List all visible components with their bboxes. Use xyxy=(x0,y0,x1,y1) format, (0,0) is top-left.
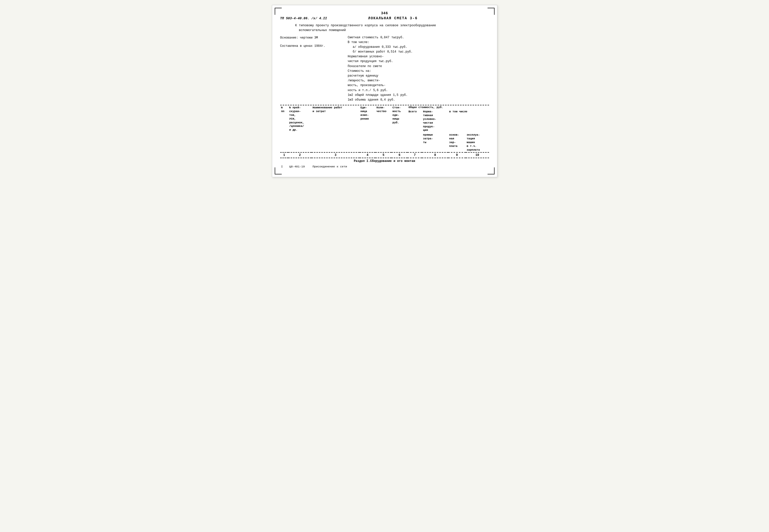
norm-unit: тыс.руб. xyxy=(378,59,393,64)
norm-label: Нормативная условно- xyxy=(348,54,489,59)
volume-value: 0,4 xyxy=(380,98,386,102)
equipment-unit: тыс.руб. xyxy=(393,45,408,50)
calc-unit-label2: /мощность, вмести- xyxy=(348,78,489,83)
row-price-num: Ц8-481-19 xyxy=(288,164,311,169)
row-total xyxy=(408,164,422,169)
install-label: б/ монтажных работ xyxy=(353,50,386,54)
document-title: ЛОКАЛЬНАЯ СМЕТА 3-6 xyxy=(327,16,459,20)
col-num-2: 2 xyxy=(288,152,311,158)
col-header-norm-bot: прямыезатра-ты xyxy=(422,133,448,152)
col-num-9: 9 xyxy=(448,152,466,158)
page-number: 346 xyxy=(280,11,489,15)
col-num-10: 10 xyxy=(466,152,489,158)
col-header-in-including: в том числе xyxy=(448,109,489,133)
document-header: ТП 503-4-40.86. /х/ 4.II ЛОКАЛЬНАЯ СМЕТА… xyxy=(280,16,489,20)
column-numbers-row: 1 2 3 4 5 6 7 8 9 10 xyxy=(280,152,489,158)
calc-unit-value: 5,6 xyxy=(373,88,378,93)
col-num-8: 8 xyxy=(422,152,448,158)
col-header-total: Всего xyxy=(408,109,422,152)
col-header-basic-pay: основ-наязар-плата xyxy=(448,133,466,152)
calc-unit-label4: ность и т.п./ xyxy=(348,88,371,93)
volume-unit: руб. xyxy=(388,98,395,102)
col-header-unit: Еди-ницаизме-рения xyxy=(359,105,375,152)
col-header-unit-cost: Стои-мостьеди-ницыруб. xyxy=(392,105,408,152)
row-unit-cost xyxy=(392,164,408,169)
row-qty xyxy=(375,164,392,169)
equipment-value: 0,333 xyxy=(382,45,391,50)
col-num-6: 6 xyxy=(392,152,408,158)
row-mach xyxy=(466,164,489,169)
col-header-general-cost: Общая стоимость, руб. xyxy=(408,105,489,109)
corner-bracket-tr xyxy=(488,8,495,15)
install-unit: тыс.руб. xyxy=(398,50,413,54)
calc-unit-label: расчетную единицу xyxy=(348,74,489,78)
col-num-1: 1 xyxy=(280,152,288,158)
including-label: В том числе: xyxy=(348,40,489,45)
corner-bracket-bl xyxy=(275,167,282,174)
table-row: I Ц8-481-19 Присоединение к сети xyxy=(280,164,489,169)
calc-unit-unit: руб. xyxy=(380,88,388,93)
row-norm xyxy=(422,164,448,169)
info-right: Сметная стоимость 0,847 тысруб. В том чи… xyxy=(348,35,489,103)
description-text: К типовому проекту производственного кор… xyxy=(295,24,436,32)
row-name: Присоединение к сети xyxy=(311,164,359,169)
calc-unit-label3: мость, производитель- xyxy=(348,83,489,88)
basis-label: Основание: чертежи ЭМ xyxy=(280,35,348,41)
cost-label: Стоимость на: xyxy=(348,69,489,74)
col-header-mach: эксплуа-тациямашинв т.ч.зарплата xyxy=(466,133,489,152)
col-header-num: №пп xyxy=(280,105,288,152)
estimated-cost-label: Сметная стоимость xyxy=(348,35,378,40)
info-left: Основание: чертежи ЭМ Составлена в ценах… xyxy=(280,35,348,103)
description-block: К типовому проекту производственного кор… xyxy=(295,23,489,33)
compiled-label: Составлена в ценах 1984г. xyxy=(280,44,348,49)
corner-bracket-br xyxy=(488,167,495,174)
volume-label: 1м3 объема здания xyxy=(348,98,378,102)
section-header-row: Раздел I.Сборудование и его монтаж xyxy=(280,158,489,164)
document-id: ТП 503-4-40.86. /х/ 4.II xyxy=(280,17,327,20)
area-label: 1м2 общей площади здания xyxy=(348,93,391,98)
corner-bracket-tl xyxy=(275,8,282,15)
table-header-row: №пп № прей-скуран-тов,УСН,расценок,/ценн… xyxy=(280,105,489,109)
indicators-label: Показатели по смете xyxy=(348,64,489,69)
col-header-price-num: № прей-скуран-тов,УСН,расценок,/ценника/… xyxy=(288,105,311,152)
norm-label2: чистая продукция xyxy=(348,59,376,64)
area-value: 1,5 xyxy=(393,93,399,98)
col-num-5: 5 xyxy=(375,152,392,158)
document-page: 346 ТП 503-4-40.86. /х/ 4.II ЛОКАЛЬНАЯ С… xyxy=(272,5,497,177)
col-header-name: Наименование работи затрат xyxy=(311,105,359,152)
col-header-qty: Коли-чество xyxy=(375,105,392,152)
install-value: 0,514 xyxy=(387,50,396,54)
table-section: №пп № прей-скуран-тов,УСН,расценок,/ценн… xyxy=(280,105,489,169)
col-header-norm-top: Норма-тивнаяусловно-чистаяпродук-ция xyxy=(422,109,448,133)
col-num-3: 3 xyxy=(311,152,359,158)
col-num-7: 7 xyxy=(408,152,422,158)
info-section: Основание: чертежи ЭМ Составлена в ценах… xyxy=(280,35,489,103)
estimated-cost-unit: тысруб. xyxy=(392,35,404,40)
row-unit xyxy=(359,164,375,169)
section-header-text: Раздел I.Сборудование и его монтаж xyxy=(280,158,489,164)
area-unit: руб. xyxy=(401,93,408,98)
row-basic-pay xyxy=(448,164,466,169)
estimated-cost-value: 0,847 xyxy=(380,35,390,40)
equipment-label: а/ оборудования xyxy=(353,45,380,50)
main-table: №пп № прей-скуран-тов,УСН,расценок,/ценн… xyxy=(280,105,489,169)
col-num-4: 4 xyxy=(359,152,375,158)
